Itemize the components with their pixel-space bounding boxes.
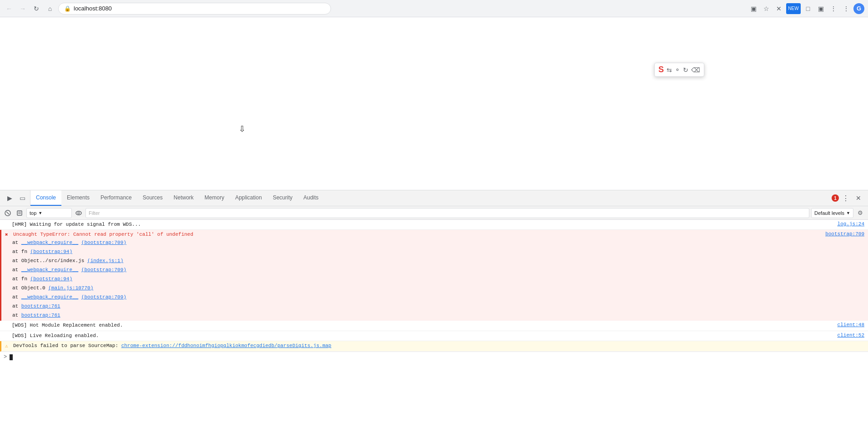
log-levels-dropdown[interactable]: Default levels ▼	[811, 208, 853, 218]
log-levels-arrow-icon: ▼	[846, 211, 850, 215]
console-toolbar-right: ⚙	[855, 208, 865, 218]
device-toolbar-icon[interactable]: ▭	[16, 192, 28, 204]
tab-console[interactable]: Console	[30, 190, 61, 206]
console-prompt: >	[4, 354, 7, 360]
dropdown-arrow-icon: ▼	[38, 211, 42, 215]
stack-line-1: at __webpack_require__ (bootstrap:709)	[1, 239, 868, 248]
msg-wds2-location[interactable]: client:52	[838, 333, 864, 338]
ext-icon4: ⌫	[691, 66, 700, 74]
ext-icon3: ↻	[683, 66, 688, 74]
stack-line-9: at bootstrap:761	[1, 312, 868, 321]
tab-security[interactable]: Security	[267, 190, 298, 206]
extension2-icon[interactable]: □	[803, 3, 813, 14]
error-main-text: Uncaught TypeError: Cannot read property…	[13, 231, 825, 238]
msg-warn-text: DevTools failed to parse SourceMap: chro…	[13, 343, 864, 349]
stack-line-7: at __webpack_require__ (bootstrap:709)	[1, 293, 868, 303]
devtools-tabs: ▶ ▭ Console Elements Performance Sources…	[0, 190, 868, 206]
devtools-panel: ▶ ▭ Console Elements Performance Sources…	[0, 190, 868, 432]
console-message-warning: ⚠ DevTools failed to parse SourceMap: ch…	[0, 341, 868, 351]
stack-line-8: at bootstrap:761	[1, 303, 868, 312]
screenshot-icon[interactable]: ▣	[748, 3, 759, 14]
tab-application[interactable]: Application	[230, 190, 267, 206]
url-text: localhost:8080	[74, 5, 112, 12]
console-cursor	[10, 354, 13, 360]
stack-line-5: at fn (bootstrap:94)	[1, 275, 868, 284]
console-message-wds2: [WDS] Live Reloading enabled. client:52	[0, 331, 868, 341]
menu-icon[interactable]: ⋮	[828, 3, 839, 14]
lock-icon: 🔒	[64, 5, 71, 12]
stack-line-2: at fn (bootstrap:94)	[1, 248, 868, 257]
tab-memory[interactable]: Memory	[199, 190, 230, 206]
context-selector[interactable]: top ▼	[26, 208, 72, 218]
stack-line-3: at Object../src/index.js (index.js:1)	[1, 257, 868, 266]
console-toolbar: top ▼ Default levels ▼ ⚙	[0, 206, 868, 220]
svg-point-6	[78, 212, 80, 214]
extension-new-badge[interactable]: NEW	[786, 3, 801, 14]
tab-sources[interactable]: Sources	[137, 190, 168, 206]
svg-line-1	[6, 212, 9, 214]
warning-icon: ⚠	[5, 343, 11, 349]
tab-performance[interactable]: Performance	[95, 190, 137, 206]
extension3-icon[interactable]: ▣	[815, 3, 826, 14]
console-output[interactable]: [HMR] Waiting for update signal from WDS…	[0, 220, 868, 432]
msg-wds1-location[interactable]: client:48	[838, 322, 864, 328]
ext-icon1: ⇆	[667, 66, 672, 74]
devtools-tabs-right: 1 ⋮ ✕	[830, 190, 866, 206]
stack-ref-3[interactable]: (index.js:1)	[87, 258, 123, 263]
stack-line-6: at Object.0 (main.js:10770)	[1, 284, 868, 293]
preserve-log-icon[interactable]	[15, 208, 25, 218]
extension-popup: S ⇆ ⚬ ↻ ⌫	[654, 63, 704, 77]
home-button[interactable]: ⌂	[45, 3, 55, 14]
error-icon: ✖	[5, 232, 11, 238]
extension-close-icon[interactable]: ✕	[773, 3, 784, 14]
stack-ref-8[interactable]: bootstrap:761	[21, 303, 60, 309]
browser-chrome: ← → ↻ ⌂ 🔒 localhost:8080 ▣ ☆ ✕ NEW □ ▣ ⋮…	[0, 0, 868, 17]
console-settings-icon[interactable]: ⋮	[840, 192, 852, 204]
eye-icon[interactable]	[74, 208, 84, 218]
tab-network[interactable]: Network	[168, 190, 199, 206]
devtools-tab-icons: ▶ ▭	[2, 190, 30, 206]
error-location[interactable]: bootstrap:709	[825, 231, 864, 237]
console-message-wds1: [WDS] Hot Module Replacement enabled. cl…	[0, 321, 868, 331]
reload-button[interactable]: ↻	[31, 3, 42, 14]
more-tools-icon[interactable]: ⋮	[841, 3, 852, 14]
console-input-row[interactable]: >	[0, 352, 868, 362]
stack-link-7[interactable]: __webpack_require__	[21, 294, 78, 300]
stack-ref-9[interactable]: bootstrap:761	[21, 313, 60, 318]
tab-elements[interactable]: Elements	[61, 190, 95, 206]
error-header: ✖ Uncaught TypeError: Cannot read proper…	[1, 230, 868, 239]
clear-console-icon[interactable]	[3, 208, 13, 218]
inspect-element-icon[interactable]: ▶	[4, 192, 15, 204]
msg-wds2-text: [WDS] Live Reloading enabled.	[12, 333, 838, 339]
ext-icon2: ⚬	[675, 66, 680, 74]
cursor: ⇩	[239, 124, 246, 134]
stack-ref-2[interactable]: (bootstrap:94)	[30, 249, 72, 254]
stack-link-4[interactable]: __webpack_require__	[21, 267, 78, 273]
bookmark-icon[interactable]: ☆	[761, 3, 772, 14]
close-devtools-icon[interactable]: ✕	[853, 192, 864, 204]
back-button[interactable]: ←	[4, 3, 15, 14]
filter-input[interactable]	[85, 208, 809, 218]
svg-rect-2	[17, 211, 22, 215]
forward-button[interactable]: →	[17, 3, 28, 14]
stack-ref-4[interactable]: (bootstrap:709)	[81, 267, 126, 273]
tab-audits[interactable]: Audits	[298, 190, 324, 206]
console-gear-icon[interactable]: ⚙	[855, 208, 865, 218]
sourcemap-link[interactable]: chrome-extension://fddhonoimfhgiopglkiok…	[121, 343, 331, 348]
address-bar[interactable]: 🔒 localhost:8080	[58, 3, 331, 15]
msg-wds1-text: [WDS] Hot Module Replacement enabled.	[12, 322, 838, 329]
page-content: S ⇆ ⚬ ↻ ⌫ ⇩	[0, 17, 868, 190]
stack-link-1[interactable]: __webpack_require__	[21, 240, 78, 245]
error-count-badge: 1	[832, 194, 839, 202]
stack-ref-1[interactable]: (bootstrap:709)	[81, 240, 126, 245]
stack-ref-6[interactable]: (main.js:10770)	[48, 285, 93, 291]
console-message-hmr: [HMR] Waiting for update signal from WDS…	[0, 220, 868, 230]
msg-hmr-location[interactable]: log.js:24	[838, 221, 864, 227]
error-block: ✖ Uncaught TypeError: Cannot read proper…	[0, 230, 868, 321]
stack-line-4: at __webpack_require__ (bootstrap:709)	[1, 266, 868, 275]
msg-hmr-text: [HMR] Waiting for update signal from WDS…	[12, 221, 838, 228]
account-icon[interactable]: G	[853, 3, 864, 14]
stack-ref-7[interactable]: (bootstrap:709)	[81, 294, 126, 300]
stack-ref-5[interactable]: (bootstrap:94)	[30, 276, 72, 282]
extension-s-icon: S	[658, 65, 664, 74]
